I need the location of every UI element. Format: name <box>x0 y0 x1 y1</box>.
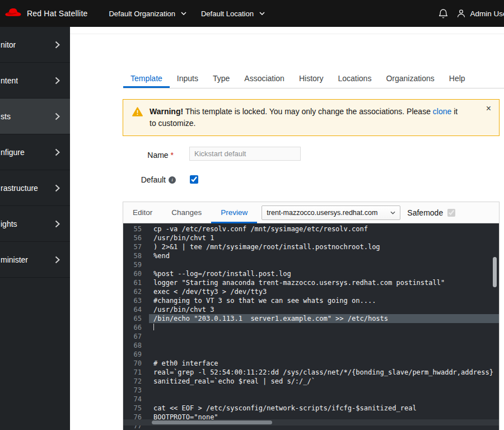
tab-inputs[interactable]: Inputs <box>170 69 206 88</box>
name-input[interactable] <box>189 147 301 161</box>
line-number: 61 <box>123 278 149 287</box>
chevron-right-icon <box>55 113 60 120</box>
user-menu[interactable]: Admin User <box>457 9 504 18</box>
editor-tab-preview[interactable]: Preview <box>211 202 257 223</box>
preview-host-select[interactable]: trent-mazzocco.usersys.redhat.com <box>262 205 400 220</box>
code-line-61[interactable]: 61logger "Starting anaconda trent-mazzoc… <box>123 278 499 287</box>
vertical-scrollbar[interactable] <box>493 257 497 287</box>
safemode-label: Safemode <box>407 208 443 217</box>
code-text: real=`grep -l 52:54:00:11:22:dd /sys/cla… <box>149 368 499 377</box>
template-editor: EditorChangesPreview trent-mazzocco.user… <box>123 202 500 430</box>
line-number: 63 <box>123 296 149 305</box>
code-line-65[interactable]: 65/bin/echo "203.0.113.1 server1.example… <box>123 314 499 323</box>
user-icon <box>457 9 465 18</box>
sidebar-item-label: ntent <box>1 76 18 85</box>
code-text <box>149 386 499 395</box>
sidebar-item-configure[interactable]: nfigure <box>0 134 70 170</box>
line-number: 57 <box>123 242 149 251</box>
preview-host-select-value: trent-mazzocco.usersys.redhat.com <box>267 209 377 217</box>
chevron-right-icon <box>55 77 60 85</box>
code-line-75[interactable]: 75cat << EOF > /etc/sysconfig/network-sc… <box>123 404 499 413</box>
line-number: 69 <box>123 350 149 359</box>
code-line-66[interactable]: 66 <box>123 323 499 332</box>
brand[interactable]: Red Hat Satellite <box>4 7 87 20</box>
code-line-72[interactable]: 72sanitized_real=`echo $real | sed s/:/_… <box>123 377 499 386</box>
code-line-73[interactable]: 73 <box>123 386 499 395</box>
editor-tab-changes[interactable]: Changes <box>162 202 211 223</box>
sidebar-item-monitor[interactable]: nitor <box>0 27 70 63</box>
line-number: 66 <box>123 323 149 332</box>
location-menu-label: Default Location <box>201 10 254 18</box>
line-number: 71 <box>123 368 149 377</box>
clone-link[interactable]: clone <box>433 107 451 116</box>
code-text: %post --log=/root/install.post.log <box>149 269 499 278</box>
code-line-70[interactable]: 70# eth0 interface <box>123 359 499 368</box>
code-line-68[interactable]: 68 <box>123 341 499 350</box>
chevron-down-icon <box>181 12 186 15</box>
sidebar: nitorntentstsnfigurerastructureightsmini… <box>0 27 70 430</box>
code-line-60[interactable]: 60%post --log=/root/install.post.log <box>123 269 499 278</box>
sidebar-item-content[interactable]: ntent <box>0 63 70 99</box>
code-line-71[interactable]: 71real=`grep -l 52:54:00:11:22:dd /sys/c… <box>123 368 499 377</box>
code-line-74[interactable]: 74 <box>123 395 499 404</box>
notifications-bell-icon[interactable] <box>439 9 447 18</box>
code-line-55[interactable]: 55cp -va /etc/resolv.conf /mnt/sysimage/… <box>123 225 499 233</box>
code-text <box>149 395 499 404</box>
line-number: 75 <box>123 404 149 413</box>
close-icon[interactable]: × <box>483 102 494 115</box>
editor-tabs: EditorChangesPreview <box>123 202 257 223</box>
line-number: 72 <box>123 377 149 386</box>
default-label-text: Default <box>141 175 166 184</box>
tab-organizations[interactable]: Organizations <box>379 69 441 88</box>
tab-help[interactable]: Help <box>442 69 473 88</box>
code-line-62[interactable]: 62exec < /dev/tty3 > /dev/tty3 <box>123 287 499 296</box>
tab-template[interactable]: Template <box>123 69 170 88</box>
line-number: 64 <box>123 305 149 314</box>
tab-history[interactable]: History <box>292 69 331 88</box>
sidebar-item-administer[interactable]: minister <box>0 242 70 278</box>
code-text <box>149 332 499 341</box>
organization-menu[interactable]: Default Organization <box>109 10 186 18</box>
code-text: cat << EOF > /etc/sysconfig/network-scri… <box>149 404 499 413</box>
code-lines: 55cp -va /etc/resolv.conf /mnt/sysimage/… <box>123 225 499 430</box>
sidebar-item-label: sts <box>1 112 11 121</box>
chevron-down-icon <box>390 211 395 214</box>
code-line-63[interactable]: 63#changing to VT 3 so that we can see w… <box>123 296 499 305</box>
chevron-right-icon <box>55 256 60 264</box>
code-editor[interactable]: 55cp -va /etc/resolv.conf /mnt/sysimage/… <box>123 223 499 430</box>
line-number: 60 <box>123 269 149 278</box>
sidebar-item-label: nitor <box>1 40 16 49</box>
brand-title: Red Hat Satellite <box>27 9 87 18</box>
organization-menu-label: Default Organization <box>109 10 175 18</box>
code-line-58[interactable]: 58%end <box>123 251 499 260</box>
line-number: 73 <box>123 386 149 395</box>
tab-type[interactable]: Type <box>206 69 237 88</box>
code-text: cp -va /etc/resolv.conf /mnt/sysimage/et… <box>149 225 499 233</box>
user-name: Admin User <box>470 10 504 18</box>
sidebar-item-insights[interactable]: ights <box>0 206 70 242</box>
code-text: #changing to VT 3 so that we can see wha… <box>149 296 499 305</box>
info-icon[interactable]: i <box>169 176 176 184</box>
tab-association[interactable]: Association <box>237 69 292 88</box>
default-checkbox[interactable] <box>190 175 198 184</box>
warning-triangle-icon <box>132 107 143 129</box>
code-line-59[interactable]: 59 <box>123 260 499 269</box>
code-line-56[interactable]: 56/usr/bin/chvt 1 <box>123 233 499 242</box>
sidebar-item-hosts[interactable]: sts <box>0 99 70 134</box>
code-line-69[interactable]: 69 <box>123 350 499 359</box>
name-label-text: Name <box>147 151 168 160</box>
sidebar-item-infrastructure[interactable]: rastructure <box>0 170 70 206</box>
code-text <box>149 260 499 269</box>
alert-text-1: This template is locked. You may only ch… <box>183 107 433 116</box>
location-menu[interactable]: Default Location <box>201 10 265 18</box>
editor-tab-editor[interactable]: Editor <box>123 202 162 223</box>
code-line-67[interactable]: 67 <box>123 332 499 341</box>
code-line-57[interactable]: 57) 2>&1 | tee /mnt/sysimage/root/instal… <box>123 242 499 251</box>
tab-locations[interactable]: Locations <box>330 69 379 88</box>
code-text: sanitized_real=`echo $real | sed s/:/_/` <box>149 377 499 386</box>
top-navbar: Red Hat Satellite Default Organization D… <box>0 0 504 27</box>
code-line-64[interactable]: 64/usr/bin/chvt 3 <box>123 305 499 314</box>
code-text: %end <box>149 251 499 260</box>
horizontal-scrollbar[interactable] <box>152 420 272 424</box>
sidebar-item-label: ights <box>1 219 17 228</box>
